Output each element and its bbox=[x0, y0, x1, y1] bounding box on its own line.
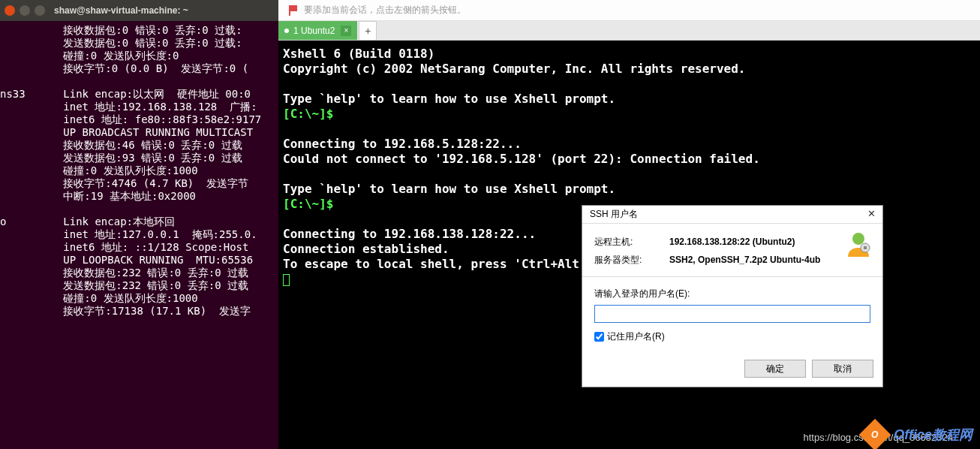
dialog-body: 远程主机: 192.168.138.128:22 (Ubuntu2) 服务器类型… bbox=[582, 224, 882, 354]
ubuntu-terminal-window: shaw@shaw-virtual-machine: ~ 接收数据包:0 错误:… bbox=[0, 0, 278, 449]
office-badge-icon: O bbox=[859, 419, 891, 449]
term-line: Type `help' to learn how to use Xshell p… bbox=[283, 92, 615, 106]
svg-point-0 bbox=[852, 233, 864, 245]
term-line: Copyright (c) 2002 NetSarang Computer, I… bbox=[283, 62, 746, 76]
tab-ubuntu2[interactable]: 1 Ubuntu2 × bbox=[278, 21, 357, 40]
host-value: 192.168.138.128:22 (Ubuntu2) bbox=[669, 237, 795, 247]
term-line: Connecting to 192.168.5.128:22... bbox=[283, 137, 522, 151]
hint-text: 要添加当前会话，点击左侧的箭头按钮。 bbox=[304, 4, 466, 17]
close-icon[interactable] bbox=[5, 5, 15, 16]
term-line: Connection established. bbox=[283, 242, 449, 256]
host-label: 远程主机: bbox=[594, 236, 669, 249]
add-tab-button[interactable]: + bbox=[359, 21, 377, 40]
dialog-buttons: 确定 取消 bbox=[582, 354, 882, 387]
remember-username-label: 记住用户名(R) bbox=[607, 330, 665, 343]
cancel-button[interactable]: 取消 bbox=[812, 360, 873, 378]
tab-close-icon[interactable]: × bbox=[341, 26, 351, 36]
flag-icon bbox=[289, 5, 298, 16]
username-input[interactable] bbox=[594, 305, 870, 323]
user-icon bbox=[845, 230, 872, 257]
server-type-label: 服务器类型: bbox=[594, 254, 669, 267]
tab-label: 1 Ubuntu2 bbox=[293, 26, 335, 36]
tab-status-dot bbox=[284, 29, 289, 33]
tab-strip: 1 Ubuntu2 × + bbox=[278, 21, 980, 41]
session-hint-bar: 要添加当前会话，点击左侧的箭头按钮。 bbox=[278, 0, 980, 21]
dialog-title: SSH 用户名 bbox=[590, 208, 638, 221]
host-row: 远程主机: 192.168.138.128:22 (Ubuntu2) bbox=[594, 233, 870, 251]
ok-button[interactable]: 确定 bbox=[744, 360, 806, 378]
dialog-close-button[interactable]: ✕ bbox=[864, 208, 878, 221]
maximize-icon[interactable] bbox=[35, 5, 45, 16]
terminal-cursor bbox=[283, 274, 290, 286]
minimize-icon[interactable] bbox=[20, 5, 30, 16]
username-prompt-label: 请输入登录的用户名(E): bbox=[594, 288, 870, 300]
watermark-text: Office教程网 bbox=[894, 426, 972, 444]
dialog-titlebar[interactable]: SSH 用户名 ✕ bbox=[582, 206, 882, 224]
ubuntu-titlebar: shaw@shaw-virtual-machine: ~ bbox=[0, 0, 278, 21]
remember-username-checkbox[interactable] bbox=[594, 332, 604, 342]
term-line: Xshell 6 (Build 0118) bbox=[283, 47, 434, 61]
term-line: Connecting to 192.168.138.128:22... bbox=[283, 227, 536, 241]
term-line: Type `help' to learn how to use Xshell p… bbox=[283, 182, 615, 196]
term-line: To escape to local shell, press 'Ctrl+Al… bbox=[283, 257, 579, 271]
svg-rect-2 bbox=[864, 246, 867, 249]
server-type-row: 服务器类型: SSH2, OpenSSH_7.2p2 Ubuntu-4ub bbox=[594, 251, 870, 269]
watermark-logo: O Office教程网 bbox=[864, 423, 972, 446]
divider bbox=[582, 276, 882, 277]
xshell-prompt: [C:\~]$ bbox=[283, 107, 333, 121]
ssh-username-dialog: SSH 用户名 ✕ 远程主机: 192.168.138.128:22 (Ubun… bbox=[582, 205, 883, 387]
term-line: Could not connect to '192.168.5.128' (po… bbox=[283, 152, 760, 166]
ubuntu-window-title: shaw@shaw-virtual-machine: ~ bbox=[54, 5, 188, 16]
ubuntu-terminal-output[interactable]: 接收数据包:0 错误:0 丢弃:0 过载: 发送数据包:0 错误:0 丢弃:0 … bbox=[0, 21, 278, 318]
remember-username-row[interactable]: 记住用户名(R) bbox=[594, 330, 870, 343]
server-type-value: SSH2, OpenSSH_7.2p2 Ubuntu-4ub bbox=[669, 255, 820, 265]
xshell-prompt: [C:\~]$ bbox=[283, 197, 333, 211]
